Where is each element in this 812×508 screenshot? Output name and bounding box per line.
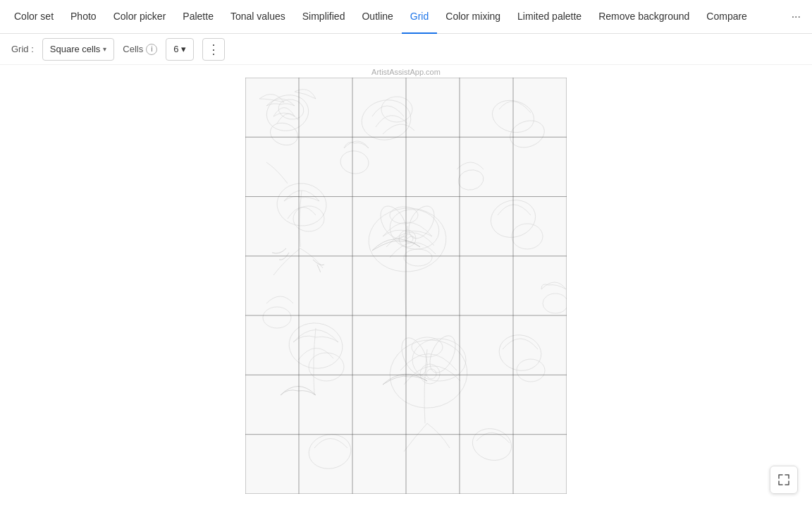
- nav-item-color-mixing[interactable]: Color mixing: [437, 0, 509, 34]
- watermark: ArtistAssistApp.com: [0, 65, 812, 78]
- chevron-down-icon-cells: ▾: [181, 44, 186, 54]
- fullscreen-icon: [777, 473, 790, 486]
- grid-container: [0, 78, 812, 494]
- nav-item-color-picker[interactable]: Color picker: [105, 0, 175, 34]
- fullscreen-button[interactable]: [770, 466, 798, 494]
- svg-rect-0: [245, 78, 567, 494]
- toolbar-more-button[interactable]: ⋮: [202, 38, 225, 61]
- chevron-down-icon: ▾: [103, 45, 106, 53]
- nav-item-outline[interactable]: Outline: [353, 0, 401, 34]
- toolbar: Grid : Square cells ▾ Cells i 6 ▾ ⋮: [0, 34, 812, 65]
- cells-value-select[interactable]: 6 ▾: [166, 38, 194, 61]
- grid-image: [245, 78, 567, 494]
- nav-item-color-set[interactable]: Color set: [6, 0, 62, 34]
- nav-item-limited-palette[interactable]: Limited palette: [509, 0, 590, 34]
- nav-item-grid[interactable]: Grid: [402, 0, 437, 34]
- cells-info-icon[interactable]: i: [146, 44, 157, 55]
- nav-bar: Color set Photo Color picker Palette Ton…: [0, 0, 812, 34]
- nav-item-compare[interactable]: Compare: [698, 0, 756, 34]
- grid-type-select[interactable]: Square cells ▾: [42, 38, 115, 61]
- nav-item-tonal-values[interactable]: Tonal values: [222, 0, 294, 34]
- grid-label: Grid :: [11, 44, 34, 54]
- nav-item-remove-background[interactable]: Remove background: [590, 0, 698, 34]
- cells-label: Cells i: [123, 44, 157, 55]
- image-wrapper: [245, 78, 567, 494]
- nav-item-simplified[interactable]: Simplified: [294, 0, 354, 34]
- nav-item-photo[interactable]: Photo: [62, 0, 105, 34]
- nav-item-palette[interactable]: Palette: [174, 0, 222, 34]
- nav-more-button[interactable]: ···: [786, 0, 806, 34]
